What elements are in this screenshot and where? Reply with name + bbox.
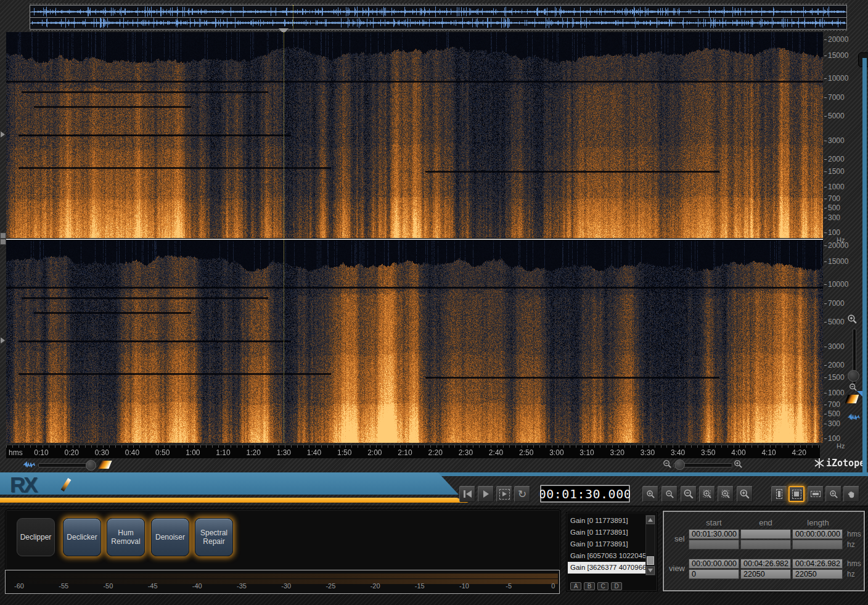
vzoom-out-icon[interactable] <box>849 383 858 394</box>
channel2-arrow-icon[interactable] <box>1 337 5 344</box>
sel-end-hz[interactable] <box>740 540 791 549</box>
scroll-up-button[interactable] <box>646 516 655 524</box>
freq-tick-ch1: 1000 <box>824 183 845 191</box>
freq-unit-label-ch2: Hz <box>837 442 845 450</box>
vzoom-slider-thumb[interactable] <box>848 370 859 382</box>
history-list[interactable]: Gain [0 11773891]Gain [0 11773891]Gain [… <box>568 515 645 575</box>
zoom-in-button[interactable] <box>642 486 658 502</box>
overview-waveform[interactable] <box>30 5 847 30</box>
module-button-denoiser[interactable]: Denoiser <box>151 518 189 556</box>
sel-end-hms[interactable] <box>740 529 791 539</box>
go-to-start-button[interactable] <box>459 486 475 502</box>
snapshot-button-d[interactable]: D <box>611 582 622 590</box>
time-frequency-selection-tool-icon <box>792 490 801 499</box>
sel-start-hz[interactable] <box>689 540 739 549</box>
zoom-tool-icon <box>829 490 838 499</box>
meter-tick: -60 <box>14 582 24 590</box>
time-selection-tool-icon <box>776 489 782 499</box>
view-length-hz[interactable]: 22050 <box>792 569 843 579</box>
meter-tick: -15 <box>415 582 425 590</box>
overview-strip <box>30 4 847 31</box>
zoom-selection-time-button[interactable] <box>699 486 715 502</box>
play-icon <box>483 490 489 498</box>
window-edge <box>862 58 867 474</box>
time-display[interactable]: 00:01:30.000 <box>540 485 630 503</box>
time-tick: 2:40 <box>489 448 503 457</box>
module-button-hum-removal[interactable]: Hum Removal <box>107 518 145 556</box>
vzoom-in-icon[interactable] <box>847 314 858 327</box>
module-button-declipper[interactable]: Declipper <box>17 518 55 556</box>
snapshot-button-c[interactable]: C <box>597 582 608 590</box>
freq-tick-ch2: 300 <box>824 420 840 427</box>
view-end-hms[interactable]: 00:04:26.982 <box>740 559 791 569</box>
rx-logo: RX <box>10 472 36 497</box>
play-button[interactable] <box>478 486 494 502</box>
zoom-out-full-button[interactable] <box>681 486 697 502</box>
view-end-hz[interactable]: 22050 <box>740 569 791 579</box>
zoom-tool-button[interactable] <box>825 486 841 502</box>
zoom-selection-both-button[interactable] <box>737 486 753 502</box>
freq-tick-ch1: 700 <box>824 195 840 202</box>
banner-orange-stripe <box>0 498 469 503</box>
sel-row-label: sel <box>674 534 685 543</box>
sel-length-hms[interactable]: 00:00:00.000 <box>792 529 843 539</box>
time-tick: 3:20 <box>610 448 624 457</box>
meter-tick: 0 <box>551 582 555 590</box>
scroll-down-button[interactable] <box>646 566 655 575</box>
play-selection-button[interactable] <box>496 486 512 502</box>
zoom-out-button[interactable] <box>661 486 678 502</box>
freq-tick-ch1: 5000 <box>824 112 845 120</box>
channel1-arrow-icon[interactable] <box>1 131 5 138</box>
freq-tick-ch1: 2000 <box>824 155 845 163</box>
meter-tick: -45 <box>148 582 158 590</box>
view-length-hms[interactable]: 00:04:26.982 <box>792 559 843 569</box>
zoom-out-icon <box>665 490 674 499</box>
zoom-selection-frequency-button[interactable] <box>718 486 734 502</box>
history-item[interactable]: Gain [6057063 1022045 <box>568 550 645 562</box>
playhead-line <box>284 32 284 443</box>
view-start-hz[interactable]: 0 <box>689 569 739 579</box>
freq-tick-ch2: 20000 <box>824 242 848 249</box>
waveform-icon <box>23 461 35 469</box>
channel-chip-2[interactable] <box>0 239 6 245</box>
hzoom-out-icon[interactable] <box>663 459 672 471</box>
hzoom-slider-thumb[interactable] <box>674 459 685 470</box>
channel-chip-1[interactable] <box>0 233 6 239</box>
time-frequency-selection-tool-button[interactable] <box>788 486 805 502</box>
snapshot-button-b[interactable]: B <box>584 582 595 590</box>
frequency-selection-tool-button[interactable] <box>808 486 824 502</box>
time-tick: 1:50 <box>337 448 351 457</box>
time-tick: 3:00 <box>549 448 563 457</box>
history-item[interactable]: Gain [0 11773891] <box>568 527 645 538</box>
display-blend-slider-track[interactable] <box>38 463 92 467</box>
loop-button[interactable]: ↻ <box>514 486 530 502</box>
spectrogram-view-button[interactable] <box>846 395 861 408</box>
grab-tool-button[interactable] <box>843 486 859 502</box>
view-hz-unit: hz <box>847 570 855 578</box>
sel-length-hz[interactable] <box>792 540 843 549</box>
hzoom-in-icon[interactable] <box>734 459 743 471</box>
scrollbar-thumb[interactable] <box>647 556 654 565</box>
history-scrollbar[interactable] <box>645 515 655 575</box>
freq-tick-ch2: 100 <box>824 435 840 442</box>
time-tick: 2:30 <box>459 448 473 457</box>
view-start-hms[interactable]: 00:00:00.000 <box>689 559 739 569</box>
module-button-declicker[interactable]: Declicker <box>63 518 101 556</box>
spectrogram-channel-1[interactable] <box>6 32 823 238</box>
time-ruler[interactable]: hms 0:100:200:300:400:501:001:101:201:30… <box>6 445 820 458</box>
snapshot-button-a[interactable]: A <box>570 582 581 590</box>
spectrogram-area[interactable] <box>6 32 823 443</box>
waveform-view-button[interactable] <box>846 411 862 423</box>
selection-info-panel: start end length sel view 00:01:30.000 0… <box>663 511 865 591</box>
level-meter: -60-55-50-45-40-35-30-25-20-15-10-50 <box>5 570 560 594</box>
zoom-selection-frequency-icon <box>721 490 731 499</box>
display-blend-slider-thumb[interactable] <box>86 460 96 471</box>
time-selection-tool-button[interactable] <box>771 486 787 502</box>
module-button-spectral-repair[interactable]: Spectral Repair <box>195 518 233 556</box>
spectrogram-channel-2[interactable] <box>6 241 823 443</box>
history-item[interactable]: Gain [0 11773891] <box>568 515 645 527</box>
module-label: Spectral Repair <box>195 529 232 546</box>
history-item[interactable]: Gain [3626377 4070966 <box>568 562 645 574</box>
history-item[interactable]: Gain [0 11773891] <box>568 538 645 550</box>
sel-start-hms[interactable]: 00:01:30.000 <box>689 529 739 539</box>
